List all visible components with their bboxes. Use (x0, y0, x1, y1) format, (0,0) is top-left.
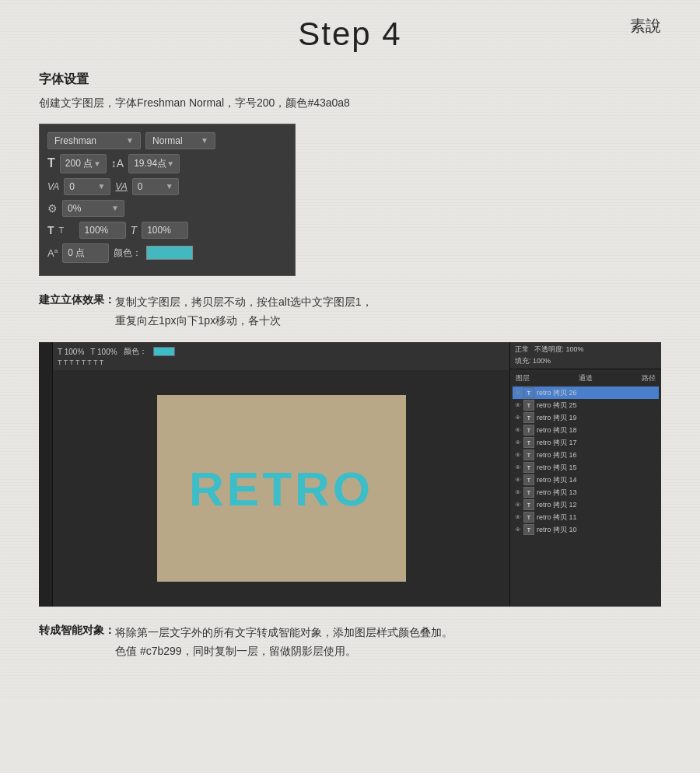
layer-item[interactable]: 👁 T retro 拷贝 19 (513, 411, 659, 424)
layer-eye: 👁 (515, 502, 521, 509)
layers-top: 正常 不透明度: 100% 填充: 100% (510, 342, 661, 369)
font-family-row: Freshman ▼ Normal ▼ (47, 132, 287, 149)
layers-panel: 图层 通道 路径 👁 T retro 拷贝 26 👁 T retro 拷贝 25… (510, 369, 661, 607)
layer-name: retro 拷贝 18 (537, 425, 577, 435)
baseline-value[interactable]: 0 点 (62, 243, 109, 263)
header: Step 4 素說 (39, 16, 661, 53)
layer-item[interactable]: 👁 T retro 拷贝 11 (513, 511, 659, 523)
top-color: 颜色： (124, 346, 147, 357)
layer-eye: 👁 (515, 414, 521, 421)
step-title: Step 4 (39, 16, 661, 53)
layer-name: retro 拷贝 14 (537, 475, 577, 485)
smart-line-2: 色值 #c7b299，同时复制一层，留做阴影层使用。 (115, 642, 453, 661)
tracking-row: VA 0 ▼ VA 0 ▼ (47, 178, 287, 195)
layer-item[interactable]: 👁 T retro 拷贝 12 (513, 498, 659, 511)
font-size-value[interactable]: 200 点 ▼ (60, 154, 107, 173)
vscale-label: T (59, 226, 75, 235)
tracking-value[interactable]: 0 ▼ (64, 178, 110, 195)
smart-content: 将除第一层文字外的所有文字转成智能对象，添加图层样式颜色叠加。 色值 #c7b2… (115, 624, 453, 661)
layers-panel-header: 图层 通道 路径 (513, 372, 659, 385)
effect-content: 复制文字图层，拷贝层不动，按住alt选中文字图层1， 重复向左1px向下1px移… (115, 293, 373, 331)
layer-item[interactable]: 👁 T retro 拷贝 26 (513, 386, 659, 399)
effect-line-2: 重复向左1px向下1px移动，各十次 (115, 312, 373, 331)
layer-thumb: T (523, 499, 534, 510)
layer-thumb: T (523, 412, 534, 423)
scale-row: ⚙ 0% ▼ (47, 200, 287, 217)
vh-scale-row: T T 100% T 100% (47, 222, 287, 239)
layer-eye: 👁 (515, 526, 521, 533)
layer-item[interactable]: 👁 T retro 拷贝 16 (513, 449, 659, 461)
effect-instruction: 建立立体效果： 复制文字图层，拷贝层不动，按住alt选中文字图层1， 重复向左1… (39, 293, 661, 331)
ps-workspace: T 100% T 100% 颜色： T T T T T T T T RETRO (53, 342, 509, 607)
hscale-value[interactable]: 100% (142, 222, 188, 239)
color-swatch[interactable] (146, 246, 193, 260)
font-section: 字体设置 创建文字图层，字体Freshman Normal，字号200，颜色#4… (39, 72, 661, 276)
top-color-swatch (153, 347, 175, 356)
dropdown-arrow: ▼ (126, 136, 134, 145)
layer-item[interactable]: 👁 T retro 拷贝 14 (513, 474, 659, 486)
layer-name: retro 拷贝 13 (537, 488, 577, 498)
scale-icon: ⚙ (47, 202, 58, 215)
layer-thumb: T (523, 437, 534, 448)
smart-line-1: 将除第一层文字外的所有文字转成智能对象，添加图层样式颜色叠加。 (115, 624, 453, 642)
layer-item[interactable]: 👁 T retro 拷贝 15 (513, 461, 659, 474)
layer-thumb: T (523, 425, 534, 435)
layer-thumb: T (523, 487, 534, 498)
layer-name: retro 拷贝 17 (537, 438, 577, 448)
layer-item[interactable]: 👁 T retro 拷贝 18 (513, 424, 659, 436)
ps-top-row1: T 100% T 100% 颜色： (58, 346, 505, 357)
line-height-icon: ↕A (111, 157, 124, 170)
font-family-dropdown[interactable]: Freshman ▼ (47, 132, 141, 149)
vscale-icon: T (47, 224, 54, 236)
lineheight-arrow: ▼ (166, 159, 174, 168)
kerning-icon: VA (115, 181, 127, 192)
hscale-icon: T (131, 224, 138, 236)
ps-top-row2: T T T T T T T T (58, 359, 505, 366)
ps-top-bar: T 100% T 100% 颜色： T T T T T T T T (53, 342, 509, 370)
layer-item[interactable]: 👁 T retro 拷贝 17 (513, 436, 659, 449)
layer-thumb: T (523, 387, 534, 398)
vscale-value[interactable]: 100% (79, 222, 126, 239)
smart-section: 转成智能对象： 将除第一层文字外的所有文字转成智能对象，添加图层样式颜色叠加。 … (39, 624, 661, 661)
font-section-title: 字体设置 (39, 72, 661, 88)
layers-top-controls: 正常 不透明度: 100% (515, 345, 656, 355)
layer-eye: 👁 (515, 427, 521, 434)
top-t-100: T 100% (58, 348, 84, 356)
top-t-100-2: T 100% (90, 348, 117, 356)
tracking-arrow: ▼ (97, 182, 105, 191)
layer-name: retro 拷贝 12 (537, 500, 577, 510)
layer-item[interactable]: 👁 T retro 拷贝 25 (513, 399, 659, 411)
font-style-dropdown[interactable]: Normal ▼ (145, 132, 215, 149)
font-description: 创建文字图层，字体Freshman Normal，字号200，颜色#43a0a8 (39, 94, 661, 113)
baseline-color-row: Aa 0 点 颜色： (47, 243, 287, 263)
layer-name: retro 拷贝 10 (537, 525, 577, 535)
ps-left-toolbar (39, 342, 53, 607)
smart-label: 转成智能对象： (39, 624, 115, 638)
ps-character-panel: Freshman ▼ Normal ▼ T 200 点 ▼ ↕A 19.94点 (39, 124, 296, 276)
dropdown-arrow: ▼ (201, 136, 208, 145)
layer-eye: 👁 (515, 477, 521, 484)
layer-thumb: T (523, 474, 534, 485)
effect-label: 建立立体效果： (39, 293, 115, 307)
layer-name: retro 拷贝 25 (537, 400, 577, 411)
layer-name: retro 拷贝 19 (537, 413, 577, 423)
layer-name: retro 拷贝 16 (537, 450, 577, 460)
layer-name: retro 拷贝 15 (537, 463, 577, 473)
size-arrow: ▼ (93, 159, 101, 168)
effect-section: 建立立体效果： 复制文字图层，拷贝层不动，按住alt选中文字图层1， 重复向左1… (39, 293, 661, 331)
layer-thumb: T (523, 512, 534, 523)
layer-eye: 👁 (515, 514, 521, 521)
layer-item[interactable]: 👁 T retro 拷贝 10 (513, 523, 659, 536)
logo: 素說 (630, 16, 661, 37)
effect-line-1: 复制文字图层，拷贝层不动，按住alt选中文字图层1， (115, 293, 373, 312)
layer-thumb: T (523, 400, 534, 411)
layer-thumb: T (523, 462, 534, 473)
layers-fill: 填充: 100% (515, 356, 656, 366)
scale-value[interactable]: 0% ▼ (62, 200, 124, 217)
layer-item[interactable]: 👁 T retro 拷贝 13 (513, 486, 659, 498)
line-height-value[interactable]: 19.94点 ▼ (128, 154, 180, 173)
canvas: RETRO (157, 395, 406, 582)
layer-name: retro 拷贝 26 (537, 388, 577, 398)
kerning-value[interactable]: 0 ▼ (132, 178, 179, 195)
kerning-arrow: ▼ (166, 182, 173, 191)
